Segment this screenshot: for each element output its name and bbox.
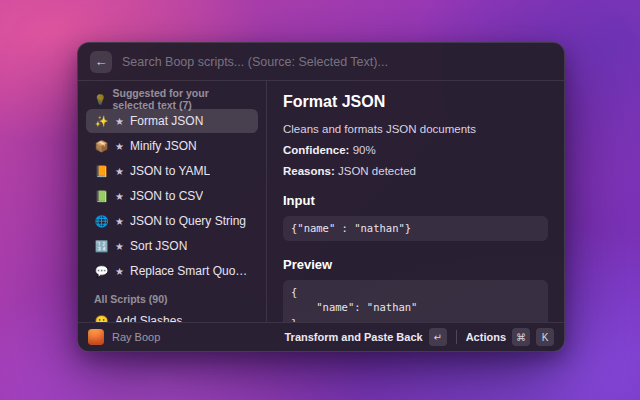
boop-app-icon [88, 329, 104, 345]
raycast-window: ← 💡 Suggested for your selected text (7)… [77, 42, 565, 352]
list-item-minify-json[interactable]: 📦 ★ Minify JSON [86, 134, 258, 158]
list-item-label: JSON to CSV [130, 189, 203, 203]
globe-icon: 🌐 [94, 215, 109, 228]
main-content: 💡 Suggested for your selected text (7) ✨… [78, 81, 564, 322]
star-icon: ★ [115, 116, 124, 127]
section-header-label: All Scripts (90) [94, 293, 168, 305]
list-item-label: Format JSON [130, 114, 203, 128]
actions-menu-button[interactable]: Actions [466, 331, 506, 343]
lightbulb-icon: 💡 [94, 94, 106, 105]
star-icon: ★ [115, 191, 124, 202]
sort-json-icon: 🔢 [94, 240, 109, 253]
detail-panel: Format JSON Cleans and formats JSON docu… [266, 81, 564, 322]
detail-title: Format JSON [283, 93, 548, 111]
add-slashes-icon: 🙂 [94, 315, 109, 323]
format-json-icon: ✨ [94, 115, 109, 128]
primary-action-button[interactable]: Transform and Paste Back [284, 331, 422, 343]
list-item-format-json[interactable]: ✨ ★ Format JSON [86, 109, 258, 133]
footer-actions: Transform and Paste Back ↵ Actions ⌘ K [284, 328, 554, 346]
preview-code-block: { "name": "nathan" } [283, 280, 548, 322]
section-header-suggested: 💡 Suggested for your selected text (7) [86, 89, 258, 109]
list-item-label: Sort JSON [130, 239, 187, 253]
star-icon: ★ [115, 141, 124, 152]
list-item-json-to-query-string[interactable]: 🌐 ★ JSON to Query String [86, 209, 258, 233]
enter-key-icon: ↵ [429, 328, 447, 346]
list-item-label: Add Slashes [115, 314, 182, 322]
list-item-add-slashes[interactable]: 🙂 Add Slashes [86, 309, 258, 322]
minify-json-icon: 📦 [94, 140, 109, 153]
input-code-block: {"name" : "nathan"} [283, 216, 548, 241]
action-bar: Ray Boop Transform and Paste Back ↵ Acti… [78, 322, 564, 351]
speech-bubble-icon: 💬 [94, 265, 109, 278]
input-section-title: Input [283, 193, 548, 208]
section-header-label: Suggested for your selected text (7) [112, 87, 250, 111]
list-item-replace-smart-quotes[interactable]: 💬 ★ Replace Smart Quotes [86, 259, 258, 283]
list-item-label: Minify JSON [130, 139, 197, 153]
star-icon: ★ [115, 166, 124, 177]
back-button[interactable]: ← [90, 51, 112, 73]
list-item-json-to-csv[interactable]: 📗 ★ JSON to CSV [86, 184, 258, 208]
footer-divider [456, 330, 457, 344]
confidence-row: Confidence: 90% [283, 144, 548, 156]
list-item-label: Replace Smart Quotes [130, 264, 250, 278]
star-icon: ★ [115, 266, 124, 277]
list-item-json-to-yaml[interactable]: 📙 ★ JSON to YAML [86, 159, 258, 183]
search-bar: ← [78, 43, 564, 81]
star-icon: ★ [115, 216, 124, 227]
star-icon: ★ [115, 241, 124, 252]
confidence-value: 90% [353, 144, 376, 156]
reasons-row: Reasons: JSON detected [283, 165, 548, 177]
json-to-csv-icon: 📗 [94, 190, 109, 203]
list-item-label: JSON to YAML [130, 164, 210, 178]
reasons-label: Reasons: [283, 165, 335, 177]
reasons-value: JSON detected [338, 165, 416, 177]
list-item-sort-json[interactable]: 🔢 ★ Sort JSON [86, 234, 258, 258]
section-header-all-scripts: All Scripts (90) [86, 289, 258, 309]
confidence-label: Confidence: [283, 144, 349, 156]
list-item-label: JSON to Query String [130, 214, 246, 228]
search-input[interactable] [122, 55, 552, 69]
script-list: 💡 Suggested for your selected text (7) ✨… [78, 81, 266, 322]
json-to-yaml-icon: 📙 [94, 165, 109, 178]
back-arrow-icon: ← [95, 54, 108, 69]
app-name: Ray Boop [112, 331, 160, 343]
k-key-icon: K [536, 328, 554, 346]
detail-description: Cleans and formats JSON documents [283, 123, 548, 135]
command-key-icon: ⌘ [512, 328, 530, 346]
preview-section-title: Preview [283, 257, 548, 272]
